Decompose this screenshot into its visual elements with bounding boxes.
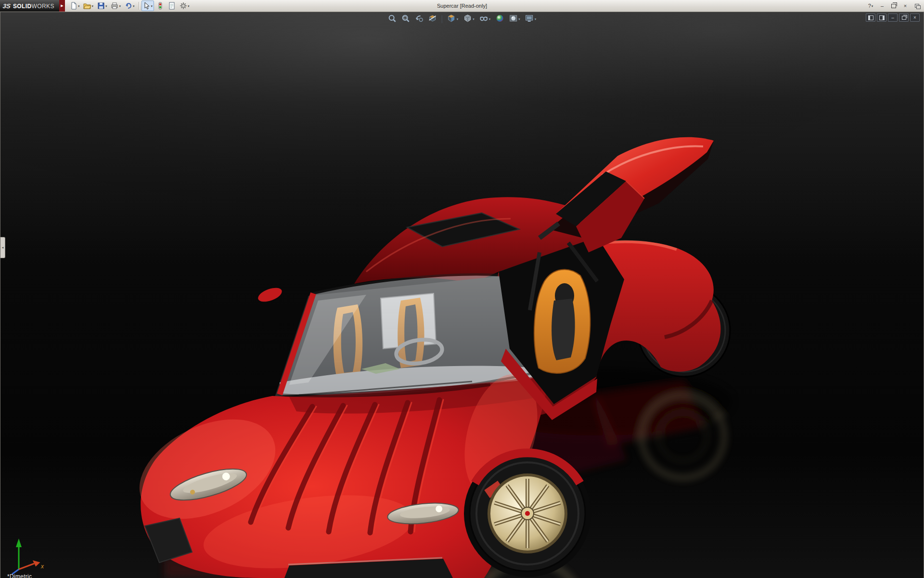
rebuild-stoplight-icon	[156, 2, 164, 10]
pane-left-icon	[868, 15, 873, 20]
graphics-viewport[interactable]: ▾ ▾ ▾ ▾	[0, 12, 924, 578]
y-axis-arrow	[16, 539, 22, 547]
zoom-to-fit-button[interactable]	[386, 13, 398, 25]
apply-scene-button[interactable]: ▾	[507, 13, 522, 25]
dropdown-caret-icon: ▾	[473, 17, 475, 21]
options-gear-icon	[180, 2, 187, 10]
headsup-separator	[442, 15, 442, 23]
minimize-icon: –	[881, 3, 884, 9]
arrange-windows-icon	[915, 4, 919, 8]
doc-close-button[interactable]: ×	[910, 13, 920, 22]
dropdown-caret-icon: ▾	[119, 4, 121, 8]
menu-expand-arrow[interactable]: ▶	[59, 0, 65, 12]
section-view-icon	[428, 14, 437, 25]
restore-button[interactable]	[888, 1, 899, 11]
dropdown-caret-icon: ▾	[518, 17, 520, 21]
doc-restore-icon	[902, 16, 906, 20]
dropdown-caret-icon: ▾	[105, 4, 107, 8]
pane-left-button[interactable]	[866, 13, 875, 22]
display-style-icon	[463, 14, 472, 25]
pane-right-button[interactable]	[877, 13, 886, 22]
solidworks-logo: 3S SOLIDWORKS	[0, 0, 59, 12]
view-settings-button[interactable]: ▾	[523, 13, 539, 25]
section-view-button[interactable]	[426, 13, 439, 25]
solidworks-window: 3S SOLIDWORKS ▶ ▾ ▾ ▾	[0, 0, 924, 578]
heads-up-view-toolbar: ▾ ▾ ▾ ▾	[386, 13, 539, 25]
view-orientation-button[interactable]: ▾	[445, 13, 461, 25]
arrange-windows-button[interactable]	[911, 1, 922, 11]
help-icon: ?	[868, 3, 871, 9]
dropdown-caret-icon: ▾	[78, 4, 80, 8]
dropdown-caret-icon: ▾	[872, 4, 873, 8]
pane-right-icon	[879, 15, 885, 20]
display-style-button[interactable]: ▾	[461, 13, 476, 25]
print-icon	[111, 2, 118, 10]
collapse-arrow-icon: ◂	[2, 246, 4, 250]
doc-minimize-button[interactable]: –	[888, 13, 898, 22]
rebuild-button[interactable]	[155, 0, 166, 11]
previous-view-button[interactable]	[413, 13, 425, 25]
file-properties-button[interactable]	[167, 0, 177, 11]
dropdown-caret-icon: ▾	[188, 4, 190, 8]
front-wheel[interactable]	[464, 450, 591, 577]
undo-arrow-icon	[125, 2, 132, 10]
doc-restore-button[interactable]	[899, 13, 909, 22]
driver-seat[interactable]	[534, 270, 590, 373]
options-button[interactable]: ▾	[178, 0, 191, 11]
select-cursor-icon	[143, 2, 151, 10]
dropdown-caret-icon: ▾	[489, 17, 491, 21]
doc-close-icon: ×	[913, 15, 916, 20]
new-document-button[interactable]: ▾	[68, 0, 81, 11]
viewport-3d-scene[interactable]	[0, 12, 924, 578]
view-settings-icon	[525, 14, 534, 25]
undo-button[interactable]: ▾	[123, 0, 136, 11]
file-properties-icon	[168, 2, 176, 10]
doc-minimize-icon: –	[891, 15, 894, 20]
toolbar-separator	[139, 2, 139, 10]
close-icon: ×	[904, 3, 907, 9]
menu-bar: 3S SOLIDWORKS ▶ ▾ ▾ ▾	[0, 0, 924, 12]
minimize-button[interactable]: –	[877, 1, 887, 11]
previous-view-icon	[415, 14, 424, 25]
select-button[interactable]: ▾	[141, 0, 154, 11]
view-orientation-label: *Dimetric	[7, 573, 32, 578]
brand-mark: 3S	[2, 2, 11, 10]
reference-triad: x	[4, 532, 49, 576]
main-toolbar: ▾ ▾ ▾ ▾ ▾	[68, 0, 192, 11]
save-button[interactable]: ▾	[96, 0, 109, 11]
save-floppy-icon	[97, 2, 105, 10]
restore-icon	[891, 4, 896, 8]
dropdown-caret-icon: ▾	[151, 4, 153, 8]
zoom-to-fit-icon	[388, 14, 397, 25]
apply-scene-icon	[509, 14, 517, 25]
edit-appearance-sphere-icon	[495, 14, 504, 25]
zoom-to-area-button[interactable]	[399, 13, 412, 25]
x-axis-label: x	[40, 563, 44, 570]
edit-appearance-button[interactable]	[493, 13, 506, 25]
brand-solid: SOLID	[13, 3, 32, 10]
featuremanager-collapsed-tab[interactable]: ◂	[0, 237, 5, 258]
window-controls: ?▾ – ×	[865, 0, 922, 12]
new-document-icon	[70, 2, 77, 10]
print-button[interactable]: ▾	[109, 0, 122, 11]
zoom-to-area-icon	[401, 14, 410, 25]
open-button[interactable]: ▾	[82, 0, 95, 11]
document-window-controls: – ×	[866, 13, 920, 22]
help-button[interactable]: ?▾	[865, 1, 876, 11]
open-folder-icon	[83, 2, 91, 10]
hide-show-items-icon	[479, 14, 488, 25]
dropdown-caret-icon: ▾	[91, 4, 93, 8]
view-orientation-cube-icon	[447, 14, 456, 25]
dropdown-caret-icon: ▾	[535, 17, 537, 21]
close-button[interactable]: ×	[900, 1, 911, 11]
hide-show-items-button[interactable]: ▾	[477, 13, 493, 25]
dropdown-caret-icon: ▾	[457, 17, 459, 21]
brand-works: WORKS	[32, 3, 54, 10]
dropdown-caret-icon: ▾	[133, 4, 135, 8]
